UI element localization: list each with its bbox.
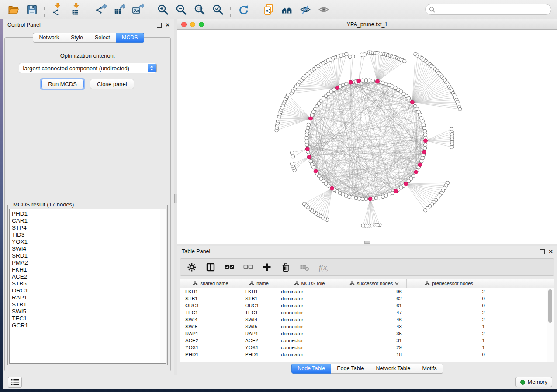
cell-name[interactable]: FKH1	[241, 289, 277, 294]
save-session-button[interactable]	[25, 3, 38, 16]
zoom-fit-button[interactable]	[193, 3, 206, 16]
table-row[interactable]: RAP1RAP1dominator352	[180, 330, 554, 337]
close-panel-icon[interactable]: ×	[166, 23, 170, 27]
mcds-result-item[interactable]: TID3	[12, 231, 166, 238]
cell-name[interactable]: SWI4	[241, 317, 277, 322]
memory-button[interactable]: Memory	[515, 377, 552, 387]
cell-successor-nodes[interactable]: 31	[342, 338, 407, 343]
mcds-result-item[interactable]: SRD1	[12, 252, 166, 259]
column-header-shared-name[interactable]: shared name	[180, 279, 241, 288]
cell-predecessor-nodes[interactable]: 1	[407, 345, 491, 350]
table-row[interactable]: STB1STB1dominator620	[180, 295, 554, 302]
dominator-node[interactable]	[309, 117, 313, 120]
vertical-splitter[interactable]	[174, 19, 177, 375]
dominator-node[interactable]	[376, 79, 380, 83]
column-header-successor-nodes[interactable]: successor nodes	[342, 279, 407, 288]
run-mcds-button[interactable]: Run MCDS	[41, 79, 84, 89]
mcds-result-item[interactable]: SWI4	[12, 245, 166, 252]
tab-select[interactable]: Select	[89, 33, 116, 43]
cell-predecessor-nodes[interactable]: 0	[407, 352, 491, 357]
dominator-node[interactable]	[404, 182, 408, 186]
cell-shared-name[interactable]: ORC1	[180, 303, 241, 308]
cell-shared-name[interactable]: FKH1	[180, 289, 241, 294]
cell-MCDS-role[interactable]: dominator	[277, 352, 342, 357]
dominator-node[interactable]	[307, 155, 311, 159]
mcds-result-item[interactable]: ORC1	[12, 287, 166, 294]
dominator-node[interactable]	[424, 139, 428, 143]
delete-row-button[interactable]	[281, 262, 291, 272]
mcds-result-item[interactable]: STB5	[12, 280, 166, 287]
node-table[interactable]: shared namenameMCDS rolesuccessor nodesp…	[180, 279, 554, 362]
dominator-node[interactable]	[422, 150, 426, 154]
cell-shared-name[interactable]: PHD1	[180, 352, 241, 357]
cell-predecessor-nodes[interactable]: 0	[407, 296, 491, 301]
cell-MCDS-role[interactable]: dominator	[277, 303, 342, 308]
table-row[interactable]: TEC1TEC1connector472	[180, 309, 554, 316]
mcds-result-item[interactable]: FKH1	[12, 266, 166, 273]
table-row[interactable]: ORC1ORC1dominator610	[180, 302, 554, 309]
select-all-button[interactable]	[225, 262, 234, 272]
table-row[interactable]: PHD1PHD1dominator180	[180, 351, 554, 358]
split-columns-button[interactable]	[206, 262, 215, 272]
dominator-node[interactable]	[357, 79, 361, 83]
search-input[interactable]	[437, 6, 547, 13]
tab-mcds[interactable]: MCDS	[116, 33, 144, 43]
tab-motifs[interactable]: Motifs	[416, 364, 443, 374]
cell-predecessor-nodes[interactable]: 0	[407, 303, 491, 308]
open-file-button[interactable]	[7, 3, 20, 16]
table-row[interactable]: ACE2ACE2connector311	[180, 337, 554, 344]
mcds-result-item[interactable]: ACE2	[12, 273, 166, 280]
column-header-MCDS-role[interactable]: MCDS role	[277, 279, 342, 288]
show-all-button[interactable]	[317, 3, 330, 16]
mcds-result-item[interactable]: PMA2	[12, 259, 166, 266]
cell-name[interactable]: RAP1	[241, 331, 277, 336]
mcds-result-item[interactable]: SWI5	[12, 308, 166, 315]
mcds-result-list[interactable]: PHD1CAR1STP4TID3YOX1SWI4SRD1PMA2FKH1ACE2…	[9, 209, 166, 364]
export-image-button[interactable]	[131, 3, 144, 16]
mcds-result-item[interactable]: STP4	[12, 224, 166, 231]
cell-name[interactable]: PHD1	[241, 352, 277, 357]
cell-predecessor-nodes[interactable]: 1	[407, 324, 491, 329]
cell-shared-name[interactable]: SWI5	[180, 324, 241, 329]
close-panel-button[interactable]: Close panel	[90, 79, 134, 89]
cell-MCDS-role[interactable]: dominator	[277, 317, 342, 322]
mcds-result-item[interactable]: RAP1	[12, 294, 166, 301]
splitter-handle[interactable]	[174, 194, 177, 203]
cell-name[interactable]: TEC1	[241, 310, 277, 315]
close-table-panel-icon[interactable]: ×	[549, 249, 553, 254]
cell-shared-name[interactable]: STB1	[180, 296, 241, 301]
mcds-result-item[interactable]: TEC1	[12, 315, 166, 322]
settings-button[interactable]	[187, 262, 197, 272]
cell-predecessor-nodes[interactable]: 2	[407, 331, 491, 336]
column-header-predecessor-nodes[interactable]: predecessor nodes	[407, 279, 491, 288]
add-row-button[interactable]	[262, 262, 272, 272]
cell-successor-nodes[interactable]: 18	[342, 352, 407, 357]
cell-shared-name[interactable]: YOX1	[180, 345, 241, 350]
tab-style[interactable]: Style	[65, 33, 89, 43]
cell-name[interactable]: ACE2	[241, 338, 277, 343]
network-titlebar[interactable]: YPA_prune.txt_1	[177, 19, 557, 30]
cell-shared-name[interactable]: TEC1	[180, 310, 241, 315]
cell-MCDS-role[interactable]: connector	[277, 338, 342, 343]
mcds-list-scrollbar[interactable]	[160, 209, 166, 363]
mcds-result-item[interactable]: CAR1	[12, 217, 166, 224]
criterion-dropdown[interactable]: largest connected component (undirected)	[19, 63, 157, 73]
dominator-node[interactable]	[349, 80, 353, 84]
dominator-node[interactable]	[368, 197, 372, 201]
cell-name[interactable]: ORC1	[241, 303, 277, 308]
delete-table-button[interactable]	[300, 262, 309, 272]
dominator-node[interactable]	[418, 163, 422, 167]
dominator-node[interactable]	[410, 100, 414, 104]
cell-successor-nodes[interactable]: 35	[342, 331, 407, 336]
dominator-node[interactable]	[336, 86, 339, 90]
table-scrollbar-thumb[interactable]	[548, 289, 552, 323]
export-table-button[interactable]	[113, 3, 126, 16]
cell-successor-nodes[interactable]: 43	[342, 324, 407, 329]
cell-successor-nodes[interactable]: 61	[342, 303, 407, 308]
zoom-selected-button[interactable]	[211, 3, 225, 16]
float-table-panel-icon[interactable]	[540, 249, 545, 254]
export-network-button[interactable]	[94, 3, 107, 16]
network-graph[interactable]	[177, 30, 557, 244]
horizontal-splitter-handle[interactable]	[364, 241, 370, 244]
mcds-result-item[interactable]: YOX1	[12, 238, 166, 245]
